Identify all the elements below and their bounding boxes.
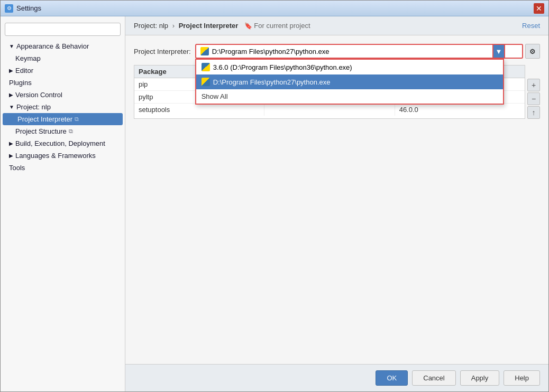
sidebar-item-label: Version Control bbox=[15, 91, 62, 99]
py36-icon bbox=[202, 63, 210, 71]
breadcrumb-page: Project Interpreter bbox=[179, 22, 239, 30]
show-all-option[interactable]: Show All bbox=[196, 89, 503, 104]
expand-arrow: ▼ bbox=[9, 43, 14, 49]
sidebar-item-label: Plugins bbox=[9, 79, 32, 87]
copy-icon: ⧉ bbox=[69, 128, 73, 135]
sidebar-item-tools[interactable]: Tools bbox=[1, 162, 125, 174]
dropdown-option-py36[interactable]: 3.6.0 (D:\Program Files\python36\python.… bbox=[196, 60, 503, 74]
selected-interpreter-text: D:\Program Files\python27\python.exe bbox=[212, 48, 330, 55]
interpreter-dropdown-menu: 3.6.0 (D:\Program Files\python36\python.… bbox=[195, 59, 504, 105]
content-area: ▼ Appearance & Behavior Keymap ▶ Editor … bbox=[1, 16, 548, 391]
copy-icon: ⧉ bbox=[75, 116, 79, 123]
expand-arrow: ▶ bbox=[9, 141, 13, 146]
help-button[interactable]: Help bbox=[504, 370, 540, 386]
gear-button[interactable]: ⚙ bbox=[525, 44, 540, 59]
cancel-button[interactable]: Cancel bbox=[412, 370, 455, 386]
expand-arrow: ▼ bbox=[9, 104, 14, 110]
settings-window: ⚙ Settings ✕ ▼ Appearance & Behavior Key… bbox=[0, 0, 549, 392]
footer: OK Cancel Apply Help bbox=[125, 364, 548, 391]
title-bar: ⚙ Settings ✕ bbox=[1, 1, 548, 16]
expand-arrow: ▶ bbox=[9, 92, 13, 98]
sidebar-item-languages-frameworks[interactable]: ▶ Languages & Frameworks bbox=[1, 150, 125, 162]
upgrade-package-button[interactable]: ↑ bbox=[527, 106, 540, 119]
interpreter-label: Project Interpreter: bbox=[134, 48, 191, 55]
sidebar-item-label: Project: nlp bbox=[16, 103, 51, 111]
interpreter-dropdown-wrapper: D:\Program Files\python27\python.exe ▼ 3… bbox=[195, 44, 523, 59]
search-box bbox=[5, 23, 121, 36]
dropdown-option-label: D:\Program Files\python27\python.exe bbox=[213, 78, 331, 86]
main-panel: Project: nlp › Project Interpreter 🔖 For… bbox=[125, 16, 548, 391]
for-current-label: 🔖 For current project bbox=[244, 22, 310, 30]
show-all-label: Show All bbox=[202, 92, 228, 100]
cell-package: setuptools bbox=[134, 104, 264, 116]
table-action-buttons: + − ↑ bbox=[527, 65, 540, 119]
sidebar-item-project-structure[interactable]: Project Structure ⧉ bbox=[1, 125, 125, 137]
sidebar-item-appearance[interactable]: ▼ Appearance & Behavior bbox=[1, 40, 125, 52]
sidebar-item-project-interpreter[interactable]: Project Interpreter ⧉ bbox=[3, 113, 123, 125]
breadcrumb: Project: nlp › Project Interpreter 🔖 For… bbox=[134, 22, 310, 30]
window-icon: ⚙ bbox=[5, 4, 13, 13]
python-icon bbox=[200, 47, 209, 55]
sidebar-item-label: Languages & Frameworks bbox=[15, 152, 96, 160]
dropdown-option-label: 3.6.0 (D:\Program Files\python36\python.… bbox=[213, 63, 352, 71]
window-title: Settings bbox=[16, 4, 534, 12]
sidebar-item-build-execution[interactable]: ▶ Build, Execution, Deployment bbox=[1, 137, 125, 150]
apply-button[interactable]: Apply bbox=[460, 370, 500, 386]
main-header: Project: nlp › Project Interpreter 🔖 For… bbox=[125, 16, 548, 35]
reset-button[interactable]: Reset bbox=[522, 22, 540, 30]
sidebar-item-keymap[interactable]: Keymap bbox=[1, 52, 125, 64]
sidebar-item-version-control[interactable]: ▶ Version Control bbox=[1, 89, 125, 101]
remove-package-button[interactable]: − bbox=[527, 92, 540, 105]
sidebar: ▼ Appearance & Behavior Keymap ▶ Editor … bbox=[1, 16, 125, 391]
ok-button[interactable]: OK bbox=[376, 370, 408, 386]
sidebar-item-plugins[interactable]: Plugins bbox=[1, 77, 125, 89]
breadcrumb-project: Project: nlp bbox=[134, 22, 168, 30]
expand-arrow: ▶ bbox=[9, 68, 13, 73]
sidebar-item-label: Tools bbox=[9, 164, 25, 172]
interpreter-dropdown[interactable]: D:\Program Files\python27\python.exe bbox=[195, 44, 523, 59]
sidebar-item-label: Appearance & Behavior bbox=[16, 42, 89, 50]
sidebar-item-label: Keymap bbox=[15, 54, 41, 62]
sidebar-item-label: Project Interpreter bbox=[17, 115, 72, 123]
cell-version bbox=[264, 104, 395, 116]
dropdown-option-py27[interactable]: D:\Program Files\python27\python.exe bbox=[196, 74, 503, 89]
sidebar-item-editor[interactable]: ▶ Editor bbox=[1, 64, 125, 77]
expand-arrow: ▶ bbox=[9, 153, 13, 158]
table-row: setuptools 46.0.0 bbox=[134, 104, 525, 116]
close-button[interactable]: ✕ bbox=[534, 3, 544, 14]
cell-latest: 46.0.0 bbox=[395, 104, 525, 116]
search-input[interactable] bbox=[5, 23, 121, 36]
breadcrumb-separator: › bbox=[172, 22, 175, 30]
sidebar-item-project-nlp[interactable]: ▼ Project: nlp bbox=[1, 101, 125, 113]
dropdown-arrow-button[interactable]: ▼ bbox=[492, 44, 505, 59]
sidebar-item-label: Editor bbox=[15, 67, 33, 74]
add-package-button[interactable]: + bbox=[527, 79, 540, 91]
sidebar-item-label: Project Structure bbox=[15, 127, 67, 135]
main-content: Project Interpreter: D:\Program Files\py… bbox=[125, 35, 548, 364]
interpreter-row: Project Interpreter: D:\Program Files\py… bbox=[134, 44, 540, 59]
sidebar-item-label: Build, Execution, Deployment bbox=[15, 139, 105, 147]
py27-icon bbox=[202, 78, 210, 86]
